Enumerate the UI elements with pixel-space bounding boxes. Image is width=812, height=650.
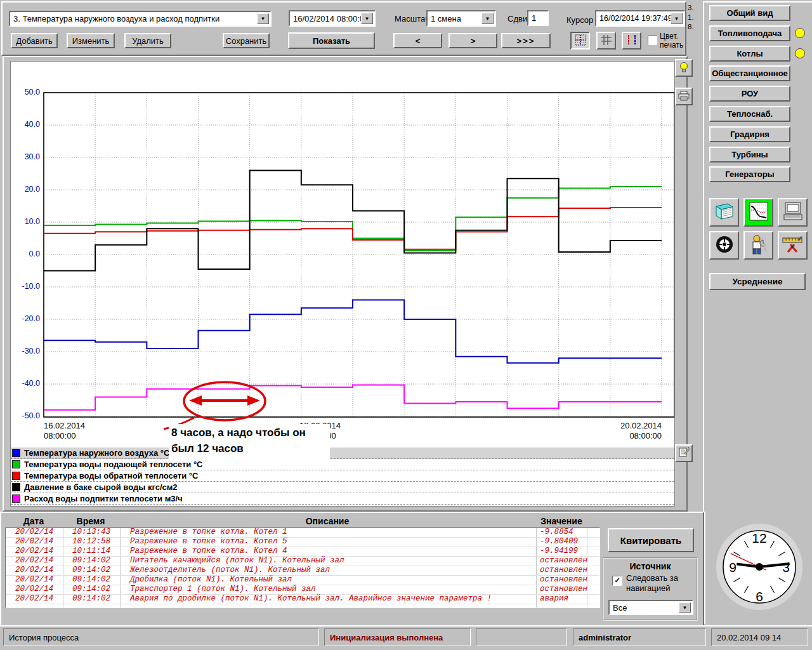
nav-button-6[interactable]: Теплоснаб. [709, 106, 790, 122]
cursor-grid-toggle-button[interactable] [570, 32, 590, 50]
lock-icon-button[interactable] [709, 231, 739, 260]
journal-icon [714, 201, 735, 224]
event-description: Авария по дробилке (поток N1). Котельный… [130, 595, 492, 603]
grid-toggle-button[interactable] [596, 32, 616, 50]
log-header-value: Значение [533, 516, 590, 526]
follow-navigation-label: Следовать за навигацией [626, 573, 678, 594]
nav-button-3[interactable]: Котлы [709, 46, 790, 62]
lock-icon [714, 234, 735, 257]
legend-edit-button[interactable] [675, 444, 693, 462]
trend-chart[interactable]: 50.040.030.020.010.00.0-10.0-20.0-30.0-4… [10, 61, 675, 507]
follow-navigation-checkbox[interactable]: ✓ [612, 576, 622, 586]
delete-button[interactable]: Удалить [124, 33, 171, 48]
event-log-row[interactable]: 20/02/1409:14:02Транспортер 1 (поток N1)… [6, 585, 599, 595]
legend-swatch [12, 483, 20, 491]
shift-input[interactable]: 1 [527, 10, 549, 26]
event-description: Разрежение в топке котла. Котел 5 [130, 538, 287, 546]
event-log-row[interactable]: 20/02/1410:12:58Разрежение в топке котла… [6, 538, 599, 547]
lamp-button[interactable] [675, 59, 693, 77]
service-icon-button[interactable] [743, 231, 773, 260]
legend-row[interactable]: Температура наружного воздуха °C [11, 448, 674, 459]
tools-icon-button[interactable] [778, 231, 808, 260]
nav-button-4[interactable]: Общестанционное [709, 65, 790, 81]
event-log-row[interactable]: 20/02/1409:14:02Питатель качающийся (пот… [6, 557, 599, 566]
edit-button[interactable]: Изменить [67, 33, 115, 48]
computer-icon-button[interactable] [778, 198, 808, 227]
chevron-down-icon[interactable]: ▼ [671, 13, 683, 24]
legend-swatch [12, 449, 20, 457]
analog-clock: 12 3 6 9 [714, 522, 804, 612]
event-description: Разрежение в топке котла. Котел 1 [130, 528, 287, 536]
status-datetime: 20.02.2014 09 14 [711, 628, 808, 646]
event-date: 20/02/14 [6, 585, 63, 594]
event-description: Питатель качающийся (поток N1). Котельны… [130, 557, 344, 565]
start-time-combo[interactable]: 16/02/2014 08:00:00 ▼ [289, 10, 376, 27]
nav-button-1[interactable]: Общий вид [709, 5, 790, 21]
y-tick-label: -10.0 [13, 282, 40, 291]
event-time: 10:11:14 [63, 547, 120, 555]
add-button[interactable]: Добавить [11, 33, 58, 48]
event-value: остановлен [540, 576, 587, 584]
cursor-grid-icon [575, 34, 586, 48]
clock-12: 12 [752, 531, 766, 545]
chevron-down-icon[interactable]: ▼ [481, 13, 494, 24]
show-button[interactable]: Показать [288, 32, 375, 49]
lamp-icon [679, 62, 689, 75]
scale-combo[interactable]: 1 смена ▼ [426, 10, 496, 27]
log-header-desc: Описание [119, 516, 535, 526]
event-log-table[interactable]: 20/02/1410:13:43Разрежение в топке котла… [5, 527, 600, 608]
y-tick-label: 50.0 [13, 88, 40, 96]
scale-label: Масштаб [395, 14, 430, 23]
nav-button-9[interactable]: Генераторы [709, 166, 790, 182]
event-value: остановлен [540, 566, 587, 574]
source-filter-select[interactable]: Все ▼ [608, 600, 693, 615]
y-tick-label: -20.0 [13, 314, 40, 323]
cursor-value: 16/02/2014 19:37:49 [599, 14, 672, 23]
log-header-time: Время [62, 516, 119, 526]
y-tick-label: 20.0 [13, 185, 40, 194]
event-time: 10:12:58 [63, 538, 120, 546]
status-empty [476, 628, 567, 646]
step-forward-button[interactable]: > [449, 33, 497, 48]
journal-icon-button[interactable] [709, 198, 739, 227]
event-log-row[interactable]: 20/02/1409:14:02Железоотделитель (поток … [6, 566, 599, 576]
color-print-checkbox[interactable] [648, 36, 657, 45]
status-led [795, 48, 805, 58]
event-log-row[interactable]: 20/02/1410:11:14Разрежение в топке котла… [6, 547, 599, 557]
source-filter-value: Все [613, 603, 627, 613]
event-time: 10:13:43 [63, 528, 120, 536]
nav-button-5[interactable]: РОУ [709, 86, 790, 102]
grid-icon [601, 34, 612, 48]
step-back-button[interactable]: < [393, 33, 442, 48]
event-log-row[interactable]: 20/02/1409:14:02Авария по дробилке (пото… [6, 595, 599, 604]
nav-button-7[interactable]: Градирня [709, 126, 790, 142]
printer-icon [678, 91, 690, 103]
event-log-row[interactable]: 20/02/1410:13:43Разрежение в топке котла… [6, 528, 599, 538]
nav-button-8[interactable]: Турбины [709, 147, 790, 162]
legend-row[interactable]: Давление в баке сырой воды кгс/см2 [11, 482, 674, 493]
event-description: Транспортер 1 (поток N1). Котельный зал [130, 585, 316, 594]
chevron-down-icon[interactable]: ▼ [679, 602, 691, 613]
legend-row[interactable]: Расход воды подпитки теплосети м3/ч [11, 493, 674, 505]
chevron-down-icon[interactable]: ▼ [257, 13, 269, 24]
trend-icon [748, 201, 769, 224]
chevron-down-icon[interactable]: ▼ [361, 13, 373, 24]
legend-row[interactable]: Температура воды подающей теплосети °C [11, 459, 674, 470]
print-button[interactable] [675, 88, 693, 105]
legend-swatch [12, 494, 20, 503]
pens-toggle-button[interactable] [622, 32, 641, 50]
fast-forward-button[interactable]: >>> [501, 33, 551, 48]
nav-button-2[interactable]: Топливоподача [709, 25, 790, 41]
averaging-button[interactable]: Усреднение [709, 273, 806, 290]
save-button[interactable]: Сохранить [223, 33, 270, 48]
x-tick-label: 20.02.201408:00:00 [579, 421, 662, 441]
event-log-row[interactable]: 20/02/1409:14:02Дробилка (поток N1). Кот… [6, 576, 599, 585]
trend-icon-button[interactable] [743, 198, 773, 227]
annotation-text: 8 часов, а надо чтобы он был 12 часов [169, 424, 330, 459]
x-tick-label: 16.02.201408:00:00 [44, 421, 133, 441]
service-worker-icon [748, 234, 769, 258]
cursor-combo[interactable]: 16/02/2014 19:37:49 ▼ [595, 10, 685, 27]
trend-select[interactable]: 3. Температура наружного воздуха и расхо… [9, 11, 272, 27]
legend-row[interactable]: Температура воды обратной теплосети °C [11, 470, 674, 482]
acknowledge-button[interactable]: Квитировать [608, 528, 694, 552]
